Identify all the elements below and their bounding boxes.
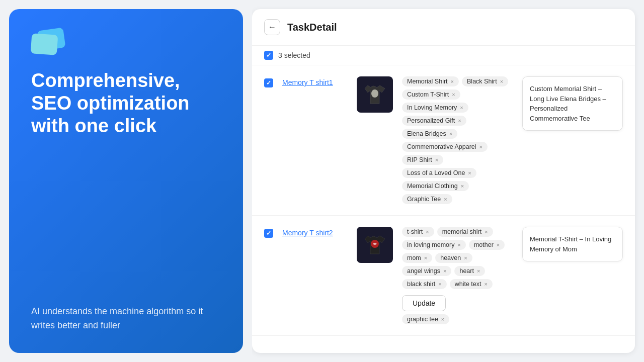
product-name-1[interactable]: Memory T shirt1 (282, 78, 348, 86)
task-header: ← TaskDetail (252, 9, 635, 46)
tshirt-icon-2 (361, 231, 389, 259)
description-box-2: Memorial T-Shirt – In Loving Memory of M… (522, 227, 623, 261)
row-checkbox-2[interactable] (264, 229, 273, 238)
list-item: heart× (454, 266, 485, 276)
list-item: mom× (402, 253, 432, 263)
selected-count: 3 selected (278, 51, 310, 59)
list-item: white text× (450, 279, 493, 289)
list-item: in loving memory× (402, 240, 466, 250)
list-item: angel wings× (402, 266, 451, 276)
logo-card-front (31, 33, 58, 55)
tags-area-1: Memorial Shirt× Black Shirt× Custom T-Sh… (402, 76, 513, 204)
list-item: heaven× (435, 253, 472, 263)
description-box-1: Custom Memorial Shirt – Long Live Elena … (522, 76, 623, 131)
task-title: TaskDetail (287, 22, 337, 33)
list-item: Personalized Gift× (402, 116, 466, 126)
update-button[interactable]: Update (402, 295, 446, 311)
list-item: Loss of a Loved One× (402, 168, 476, 178)
list-item: Memorial Clothing× (402, 181, 469, 191)
tshirt-icon-1 (361, 80, 389, 109)
svg-point-0 (371, 89, 378, 98)
list-item: Elena Bridges× (402, 129, 457, 139)
list-item: black shirt× (402, 279, 447, 289)
select-all-checkbox[interactable] (264, 51, 273, 60)
logo-icon (31, 29, 67, 57)
table-row: Memory T shirt2 t-shirt× memorial shirt×… (252, 216, 635, 336)
product-image-1 (357, 76, 393, 113)
scroll-content[interactable]: Memory T shirt1 Memorial Shirt× Black Sh… (252, 65, 635, 353)
main-heading: Comprehensive, SEO optimization with one… (31, 69, 221, 137)
list-item: Commemorative Apparel× (402, 142, 488, 152)
row-checkbox-1[interactable] (264, 78, 273, 87)
list-item: In Loving Memory× (402, 103, 468, 113)
list-item: Memorial Shirt× (402, 76, 459, 86)
table-row: Memory T shirt1 Memorial Shirt× Black Sh… (252, 65, 635, 216)
back-button[interactable]: ← (264, 19, 280, 35)
tags-area-2: t-shirt× memorial shirt× in loving memor… (402, 227, 513, 324)
list-item: mother× (469, 240, 505, 250)
list-item: memorial shirt× (437, 227, 493, 237)
list-item: Graphic Tee× (402, 194, 452, 204)
left-panel: Comprehensive, SEO optimization with one… (9, 9, 243, 353)
product-image-2 (357, 227, 393, 263)
list-item: Custom T-Shirt× (402, 89, 460, 100)
selection-bar: 3 selected (252, 46, 635, 65)
update-row: Update (402, 293, 513, 311)
list-item: RIP Shirt× (402, 155, 443, 165)
right-panel: ← TaskDetail 3 selected Memory T shirt1 (252, 0, 644, 362)
list-item: t-shirt× (402, 227, 434, 237)
product-name-2[interactable]: Memory T shirt2 (282, 229, 348, 237)
list-item: Black Shirt× (462, 76, 508, 86)
task-window: ← TaskDetail 3 selected Memory T shirt1 (252, 9, 635, 353)
sub-text: AI understands the machine algorithm so … (31, 305, 221, 333)
list-item: graphic tee× (402, 314, 449, 324)
